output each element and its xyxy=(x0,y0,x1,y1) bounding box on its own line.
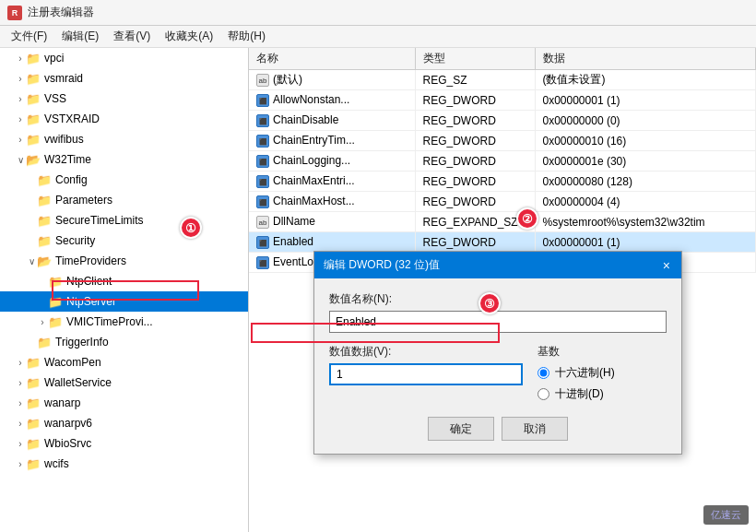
menu-edit[interactable]: 编辑(E) xyxy=(54,27,106,46)
radio-dec-input[interactable] xyxy=(537,388,549,400)
radio-hex[interactable]: 十六进制(H) xyxy=(537,365,667,381)
menu-view[interactable]: 查看(V) xyxy=(106,27,158,46)
title-bar: R 注册表编辑器 xyxy=(0,0,756,26)
app-icon: R xyxy=(7,6,22,20)
cancel-button[interactable]: 取消 xyxy=(502,417,568,441)
menu-bar: 文件(F) 编辑(E) 查看(V) 收藏夹(A) 帮助(H) xyxy=(0,26,756,48)
radio-hex-label: 十六进制(H) xyxy=(555,365,615,381)
annotation-1: ① xyxy=(180,217,202,239)
dialog-value-row: 数值数据(V): 基数 十六进制(H) 十进制(D) xyxy=(329,344,667,402)
menu-favorites[interactable]: 收藏夹(A) xyxy=(158,27,220,46)
dialog-buttons: 确定 取消 xyxy=(329,417,667,441)
radio-dec-label: 十进制(D) xyxy=(555,386,604,402)
base-section: 基数 十六进制(H) 十进制(D) xyxy=(537,344,667,402)
dialog-overlay: 编辑 DWORD (32 位)值 × 数值名称(N): 数值数据(V): 基数 xyxy=(0,48,756,532)
menu-help[interactable]: 帮助(H) xyxy=(220,27,273,46)
base-label: 基数 xyxy=(537,344,667,360)
watermark: 亿速云 xyxy=(703,505,749,525)
edit-dword-dialog: 编辑 DWORD (32 位)值 × 数值名称(N): 数值数据(V): 基数 xyxy=(313,251,682,455)
radio-hex-input[interactable] xyxy=(537,367,549,379)
annotation-2: ② xyxy=(516,207,538,230)
value-input[interactable] xyxy=(329,363,523,385)
value-label: 数值数据(V): xyxy=(329,344,523,360)
menu-file[interactable]: 文件(F) xyxy=(4,27,54,46)
window-title: 注册表编辑器 xyxy=(28,5,94,20)
dialog-close-button[interactable]: × xyxy=(661,259,672,272)
radio-dec[interactable]: 十进制(D) xyxy=(537,386,667,402)
annotation-3: ③ xyxy=(478,292,501,314)
dialog-title: 编辑 DWORD (32 位)值 xyxy=(324,257,440,273)
value-section: 数值数据(V): xyxy=(329,344,523,402)
ok-button[interactable]: 确定 xyxy=(428,417,494,441)
name-input[interactable] xyxy=(329,311,667,333)
radio-group: 十六进制(H) 十进制(D) xyxy=(537,365,667,402)
main-area: › 📁 vpci › 📁 vsmraid › 📁 VSS › 📁 VSTXRAI… xyxy=(0,48,756,532)
dialog-title-bar: 编辑 DWORD (32 位)值 × xyxy=(314,252,681,278)
